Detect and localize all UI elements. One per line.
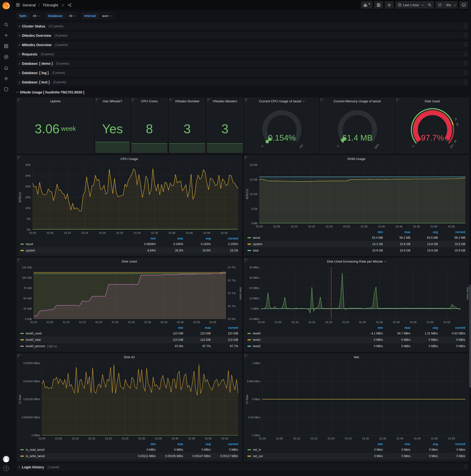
grafana-logo[interactable]: [2, 2, 10, 9]
panel-title[interactable]: RAM Usage: [244, 155, 469, 162]
alerting-bell-icon[interactable]: [1, 63, 11, 73]
panel-title[interactable]: VNodes Number: [169, 98, 205, 104]
row-mnodes-overview[interactable]: ›MNodes Overview(2 panels): [17, 41, 469, 49]
panel-info-icon[interactable]: i: [169, 98, 174, 103]
chart-svg[interactable]: 01:0001:0501:1001:1501:2001:2501:3001:35…: [17, 265, 242, 325]
explore-compass-icon[interactable]: [1, 52, 11, 62]
zoom-out-button[interactable]: [425, 1, 434, 9]
row-database-log-[interactable]: ›Database: [ log ](5 panels): [17, 69, 469, 77]
chart-plot-area[interactable]: 01:0001:0501:1001:1501:2001:2501:3001:35…: [244, 162, 469, 230]
legend-column-header[interactable]: current: [438, 325, 465, 330]
legend-series-label[interactable]: level0: [248, 330, 355, 337]
chart-svg[interactable]: 01:0001:0501:1001:1501:2001:2501:3001:35…: [244, 360, 469, 442]
legend-column-header[interactable]: current: [211, 442, 238, 446]
variable-label[interactable]: Interval: [82, 13, 98, 19]
legend-column-header[interactable]: max: [383, 230, 410, 235]
chart-plot-area[interactable]: 01:0001:0501:1001:1501:2001:2501:3001:35…: [17, 360, 242, 442]
legend-series-label[interactable]: net_in: [248, 446, 355, 453]
row-drag-handle-icon[interactable]: [464, 42, 467, 48]
panel-info-icon[interactable]: i: [207, 98, 212, 103]
row-drag-handle-icon[interactable]: [464, 33, 467, 38]
legend-series-label[interactable]: system: [20, 247, 128, 254]
legend-column-header[interactable]: max: [383, 325, 410, 330]
help-icon[interactable]: ?: [3, 466, 9, 471]
panel-info-icon[interactable]: i: [320, 98, 325, 103]
refresh-interval-dropdown[interactable]: 30s: [444, 1, 457, 9]
panel-info-icon[interactable]: i: [17, 98, 22, 103]
breadcrumb-folder[interactable]: General: [23, 3, 35, 7]
variable-label[interactable]: fqdn: [17, 13, 29, 19]
legend-column-header[interactable]: min: [355, 230, 383, 235]
user-avatar[interactable]: [3, 456, 9, 462]
row-drag-handle-icon[interactable]: [464, 70, 467, 76]
server-admin-shield-icon[interactable]: [1, 85, 11, 94]
legend-series-label[interactable]: net_out: [248, 453, 355, 459]
cycle-view-tv-button[interactable]: [459, 1, 468, 9]
legend-column-header[interactable]: max: [183, 325, 211, 330]
legend-column-header[interactable]: current: [211, 325, 238, 330]
panel-info-icon[interactable]: i: [244, 155, 250, 161]
panel-info-icon[interactable]: i: [17, 258, 22, 264]
legend-column-header[interactable]: current: [211, 236, 238, 241]
refresh-button[interactable]: [436, 1, 444, 9]
page-title[interactable]: TDinsight: [43, 3, 58, 7]
create-plus-icon[interactable]: [1, 30, 11, 40]
add-panel-button[interactable]: +: [361, 1, 372, 9]
legend-column-header[interactable]: max: [383, 442, 410, 446]
legend-column-header[interactable]: current: [438, 442, 465, 446]
legend-series-label[interactable]: level2: [248, 343, 355, 349]
chart-plot-area[interactable]: 01:0001:0501:1001:1501:2001:2501:3001:35…: [17, 265, 242, 325]
legend-column-header[interactable]: min: [156, 325, 183, 330]
chart-svg[interactable]: 01:0001:0501:1001:1501:2001:2501:3001:35…: [244, 162, 469, 230]
configuration-gear-icon[interactable]: [1, 74, 11, 84]
panel-title[interactable]: Net: [244, 354, 469, 360]
legend-series-label[interactable]: system: [248, 241, 355, 247]
legend-series-label[interactable]: io_read_taosd: [20, 446, 128, 453]
legend-series-label[interactable]: level1: [248, 337, 355, 343]
dashboard-settings-button[interactable]: [385, 1, 393, 9]
legend-series-label[interactable]: level0_total: [20, 337, 156, 343]
panel-info-icon[interactable]: i: [244, 354, 250, 359]
panel-info-icon[interactable]: i: [17, 155, 22, 161]
legend-column-header[interactable]: max: [156, 442, 183, 446]
legend-series-label[interactable]: total: [248, 247, 355, 254]
page-scrollbar[interactable]: [469, 0, 471, 476]
panel-title[interactable]: Disk Used Increasing Rate per Minute: [244, 258, 469, 265]
row-login-history[interactable]: ›Login History(1 panel): [17, 463, 469, 471]
row-database-demo-[interactable]: ›Database: [ demo ](5 panels): [17, 60, 469, 67]
legend-column-header[interactable]: avg: [183, 236, 211, 241]
legend-column-header[interactable]: min: [128, 442, 156, 446]
legend-column-header[interactable]: current: [438, 230, 465, 235]
panel-title[interactable]: CPU Usage: [17, 155, 242, 162]
row-dnodes-overview[interactable]: ›DNodes Overview(4 panels): [17, 32, 469, 39]
legend-series-label[interactable]: taosd: [20, 241, 128, 247]
legend-series-label[interactable]: taosd: [248, 235, 355, 241]
legend-series-label[interactable]: level0_percent (right-y): [20, 343, 156, 349]
legend-column-header[interactable]: avg: [410, 230, 438, 235]
legend-column-header[interactable]: max: [156, 236, 183, 241]
row-database-test-[interactable]: ›Database: [ test ](5 panels): [17, 79, 469, 86]
star-icon[interactable]: ☆: [61, 3, 65, 7]
legend-series-label[interactable]: io_write_taosd: [20, 453, 128, 459]
row-cluster-status[interactable]: ›Cluster Status(21 panels): [17, 23, 469, 30]
search-icon[interactable]: [1, 20, 11, 30]
chart-plot-area[interactable]: 01:0001:0501:1001:1501:2001:2501:3001:35…: [244, 265, 469, 325]
variable-label[interactable]: Database: [46, 13, 65, 19]
variable-value-dropdown[interactable]: All: [30, 13, 41, 19]
row-drag-handle-icon[interactable]: [464, 61, 467, 67]
legend-column-header[interactable]: min: [355, 442, 383, 446]
scrollbar-thumb[interactable]: [469, 285, 471, 388]
panel-info-icon[interactable]: i: [17, 354, 22, 359]
share-icon[interactable]: [67, 3, 72, 7]
variable-value-dropdown[interactable]: All: [66, 13, 78, 19]
panel-title[interactable]: Disk IO: [17, 354, 242, 360]
panel-title[interactable]: Current Memory Usage of taosd: [320, 98, 394, 104]
panel-title[interactable]: Disk Used: [17, 258, 242, 265]
panel-info-icon[interactable]: i: [396, 98, 401, 103]
row-requests[interactable]: ›Requests(4 panels): [17, 51, 469, 58]
panel-title[interactable]: Disk Used: [396, 98, 469, 104]
variable-value-dropdown[interactable]: auto: [99, 13, 114, 19]
panel-title[interactable]: CPU Cores: [131, 98, 168, 104]
legend-column-header[interactable]: avg: [410, 325, 438, 330]
panel-title[interactable]: Current CPU Usage of taosd: [245, 98, 319, 104]
